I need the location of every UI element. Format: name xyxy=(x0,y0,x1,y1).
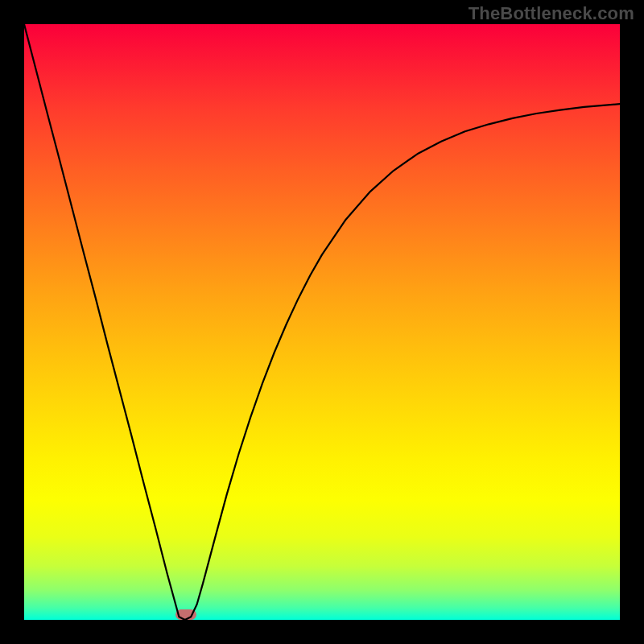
bottleneck-curve xyxy=(24,24,620,620)
curve-path xyxy=(24,24,620,620)
plot-area xyxy=(24,24,620,620)
chart-frame: TheBottleneck.com xyxy=(0,0,644,644)
watermark-text: TheBottleneck.com xyxy=(469,3,634,24)
